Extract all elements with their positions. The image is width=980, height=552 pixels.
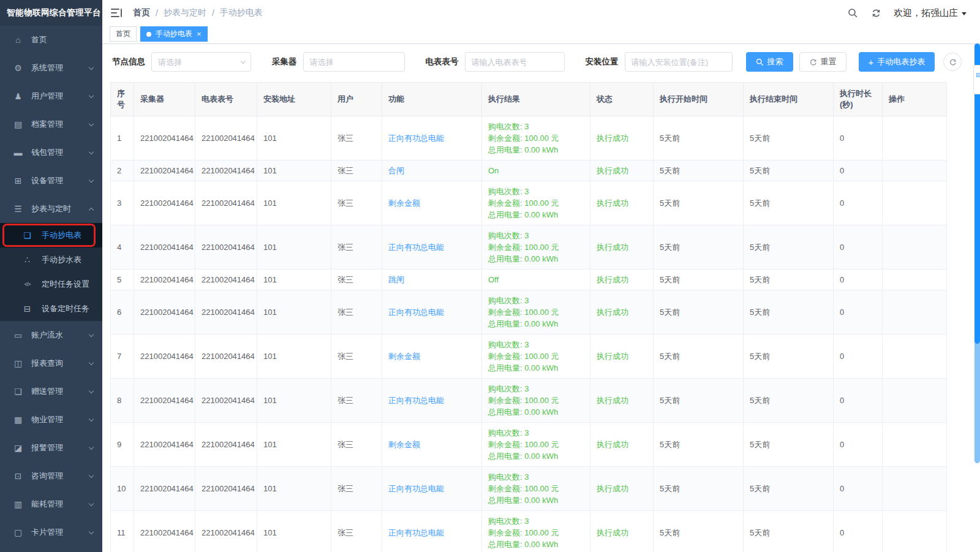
cell-func[interactable]: 正向有功总电能 xyxy=(382,225,482,270)
cell-status: 执行成功 xyxy=(590,335,654,379)
sidebar-item-home[interactable]: ⌂首页 xyxy=(0,26,102,54)
user-menu[interactable]: 欢迎，拓强山庄 xyxy=(894,7,967,19)
cell-index: 9 xyxy=(111,423,134,467)
cell-func[interactable]: 正向有功总电能 xyxy=(382,511,482,552)
sidebar-item-timer-task-settings[interactable]: </>定时任务设置 xyxy=(0,272,102,297)
refresh-table-button[interactable] xyxy=(943,53,962,71)
sidebar-item-label: 手动抄电表 xyxy=(42,230,81,241)
sidebar-menu: ⌂首页⚙系统管理♟用户管理▤档案管理▬钱包管理⊞设备管理☰抄表与定时❏手动抄电表… xyxy=(0,26,102,546)
sidebar-item-meter-timer[interactable]: ☰抄表与定时 xyxy=(0,195,102,223)
reset-button[interactable]: 重置 xyxy=(799,52,846,72)
sidebar-item-manual-electric-meter[interactable]: ❏手动抄电表 xyxy=(0,223,102,248)
sidebar-item-device[interactable]: ⊞设备管理 xyxy=(0,167,102,195)
function-link[interactable]: 剩余金额 xyxy=(388,198,420,208)
column-header: 功能 xyxy=(382,83,482,116)
result-line: 剩余金额: 100.00 元 xyxy=(488,241,584,253)
cell-ops xyxy=(883,225,947,270)
column-header: 操作 xyxy=(883,83,947,116)
search-button[interactable]: 搜索 xyxy=(746,52,793,72)
result-line: On xyxy=(488,165,584,176)
function-link[interactable]: 正向有功总电能 xyxy=(388,134,444,143)
sidebar-item-system[interactable]: ⚙系统管理 xyxy=(0,54,102,82)
search-icon[interactable] xyxy=(847,7,858,18)
cell-collector: 221002041464 xyxy=(134,511,195,552)
cell-address: 101 xyxy=(257,270,331,290)
function-link[interactable]: 剩余金额 xyxy=(388,440,420,449)
table-row: 8221002041464221002041464101张三正向有功总电能购电次… xyxy=(111,379,947,423)
consult-icon: ⊡ xyxy=(13,471,23,481)
status-badge: 执行成功 xyxy=(597,166,628,175)
table-row: 10221002041464221002041464101张三正向有功总电能购电… xyxy=(111,467,947,511)
cell-meter: 221002041464 xyxy=(195,225,257,270)
location-input[interactable] xyxy=(625,52,733,72)
meter-no-input[interactable] xyxy=(465,52,565,72)
cell-meter: 221002041464 xyxy=(195,290,257,335)
sidebar-item-wallet[interactable]: ▬钱包管理 xyxy=(0,138,102,167)
function-link[interactable]: 正向有功总电能 xyxy=(388,528,444,537)
sidebar-item-device-timer-tasks[interactable]: ⊟设备定时任务 xyxy=(0,297,102,321)
floating-panel[interactable]: ▤ xyxy=(973,65,980,94)
function-link[interactable]: 跳闸 xyxy=(388,275,404,284)
sidebar-item-archive[interactable]: ▤档案管理 xyxy=(0,110,102,138)
cell-address: 101 xyxy=(257,181,331,225)
function-link[interactable]: 正向有功总电能 xyxy=(388,396,444,405)
cell-func[interactable]: 剩余金额 xyxy=(382,335,482,379)
node-info-select[interactable] xyxy=(151,52,251,72)
manual-meter-read-button[interactable]: + 手动电表抄表 xyxy=(859,52,935,72)
refresh-icon[interactable] xyxy=(870,7,881,18)
cell-result: 购电次数: 3剩余金额: 100.00 元总用电量: 0.00 kWh xyxy=(482,467,590,511)
result-line: 购电次数: 3 xyxy=(488,230,584,241)
cell-func[interactable]: 正向有功总电能 xyxy=(382,116,482,161)
sidebar-item-property[interactable]: ▦物业管理 xyxy=(0,406,102,434)
sidebar-item-energy[interactable]: ▥能耗管理 xyxy=(0,490,102,518)
sidebar-item-label: 手动抄水表 xyxy=(42,254,81,265)
cell-func[interactable]: 正向有功总电能 xyxy=(382,290,482,335)
cell-status: 执行成功 xyxy=(590,467,654,511)
cell-func[interactable]: 正向有功总电能 xyxy=(382,467,482,511)
cell-start: 5天前 xyxy=(654,290,744,335)
column-header: 安装地址 xyxy=(257,83,331,116)
sidebar-item-alarm[interactable]: ◪报警管理 xyxy=(0,434,102,462)
sidebar-item-account-flow[interactable]: ▭账户流水 xyxy=(0,321,102,349)
function-link[interactable]: 合闸 xyxy=(388,166,404,175)
result-line: 剩余金额: 100.00 元 xyxy=(488,439,584,450)
result-line: 总用电量: 0.00 kWh xyxy=(488,318,584,330)
function-link[interactable]: 正向有功总电能 xyxy=(388,243,444,252)
location-label: 安装位置 xyxy=(586,56,619,67)
cell-func[interactable]: 正向有功总电能 xyxy=(382,379,482,423)
cell-meter: 221002041464 xyxy=(195,379,257,423)
sidebar-item-manual-water-meter[interactable]: ∴手动抄水表 xyxy=(0,248,102,272)
cell-func[interactable]: 跳闸 xyxy=(382,270,482,290)
table-row: 6221002041464221002041464101张三正向有功总电能购电次… xyxy=(111,290,947,335)
sidebar-item-gift[interactable]: ❏赠送管理 xyxy=(0,377,102,406)
collector-input[interactable] xyxy=(303,52,405,72)
sidebar-item-users[interactable]: ♟用户管理 xyxy=(0,82,102,110)
cell-collector: 221002041464 xyxy=(134,181,195,225)
cell-func[interactable]: 剩余金额 xyxy=(382,423,482,467)
breadcrumb-current: 手动抄电表 xyxy=(220,7,263,18)
function-link[interactable]: 剩余金额 xyxy=(388,352,420,361)
cell-func[interactable]: 合闸 xyxy=(382,161,482,181)
vertical-scrollbar-track[interactable] xyxy=(974,341,980,463)
sidebar-item-consult[interactable]: ⊡咨询管理 xyxy=(0,462,102,490)
tab-home[interactable]: 首页 xyxy=(110,26,137,42)
sidebar-collapse-icon[interactable] xyxy=(111,8,123,18)
cell-collector: 221002041464 xyxy=(134,423,195,467)
result-line: 总用电量: 0.00 kWh xyxy=(488,539,584,550)
cell-status: 执行成功 xyxy=(590,290,654,335)
table-row: 2221002041464221002041464101张三合闸On执行成功5天… xyxy=(111,161,947,181)
breadcrumb-home[interactable]: 首页 xyxy=(133,7,150,18)
chevron-down-icon xyxy=(89,529,94,534)
node-info-input[interactable] xyxy=(151,52,251,72)
cell-func[interactable]: 剩余金额 xyxy=(382,181,482,225)
cell-duration: 0 xyxy=(834,423,883,467)
function-link[interactable]: 正向有功总电能 xyxy=(388,308,444,317)
close-icon[interactable]: × xyxy=(197,30,202,38)
cell-ops xyxy=(883,270,947,290)
sidebar-item-report-query[interactable]: ◫报表查询 xyxy=(0,349,102,377)
breadcrumb-section[interactable]: 抄表与定时 xyxy=(164,7,206,18)
cell-end: 5天前 xyxy=(744,116,834,161)
tab-manual-electric-meter[interactable]: 手动抄电表 × xyxy=(140,26,208,42)
sidebar-item-card-mgmt[interactable]: ▢卡片管理 xyxy=(0,518,102,546)
function-link[interactable]: 正向有功总电能 xyxy=(388,484,444,493)
